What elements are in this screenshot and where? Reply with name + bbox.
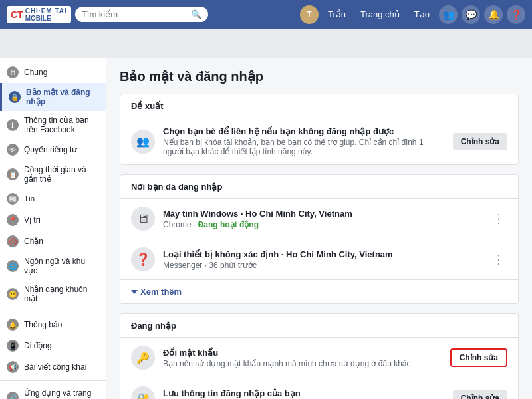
sidebar: ⚙ Chung 🔒 Bảo mật và đăng nhập ℹ Thông t… bbox=[0, 58, 106, 399]
notifications-icon[interactable]: 🔔 bbox=[484, 5, 503, 24]
section-dangnhap-header: Đăng nhập bbox=[120, 314, 518, 338]
logo-sub: MOBILE bbox=[25, 15, 67, 22]
dangnhap-row-2-btn[interactable]: Chỉnh sửa bbox=[453, 390, 507, 399]
baiviet-icon: 📢 bbox=[7, 361, 19, 373]
quyenriengtu-icon: 👁 bbox=[7, 144, 19, 156]
didong-icon: 📱 bbox=[7, 340, 19, 352]
section-dangnhap: Đăng nhập 🔑 Đổi mật khẩu Bạn nên sử dụng… bbox=[120, 313, 519, 399]
login-row-1-desc: Chrome · Đang hoạt động bbox=[163, 220, 482, 229]
sidebar-item-didong[interactable]: 📱 Di động bbox=[0, 335, 106, 356]
login-row-2-title: Loại thiết bị không xác định · Ho Chi Mi… bbox=[163, 249, 482, 259]
sidebar-label-quyenriengtu: Quyền riêng tư bbox=[24, 145, 77, 154]
dangnhap-row-1-desc: Bạn nên sử dụng mật khẩu mạnh mà mình ch… bbox=[163, 359, 442, 368]
vitri-icon: 📍 bbox=[7, 214, 19, 226]
help-icon[interactable]: ❓ bbox=[507, 5, 525, 24]
sidebar-item-nhandang[interactable]: 😶 Nhận dạng khuôn mặt bbox=[0, 280, 106, 308]
suggest-row-1-icon: 👥 bbox=[131, 130, 155, 154]
sidebar-item-thongtin[interactable]: ℹ Thông tin của bạn trên Facebook bbox=[0, 111, 106, 139]
chan-icon: 🚫 bbox=[7, 235, 19, 247]
friends-icon[interactable]: 👥 bbox=[439, 5, 458, 24]
sidebar-item-chan[interactable]: 🚫 Chặn bbox=[0, 231, 106, 252]
login-row-2-more[interactable]: ⋮ bbox=[490, 252, 507, 267]
dangnhap-row-1: 🔑 Đổi mật khẩu Bạn nên sử dụng mật khẩu … bbox=[120, 338, 518, 378]
sidebar-label-chan: Chặn bbox=[24, 237, 43, 246]
messenger-icon[interactable]: 💬 bbox=[462, 5, 480, 24]
sidebar-item-ungdung[interactable]: 🔗 Ứng dụng và trang web bbox=[0, 384, 106, 399]
avatar[interactable]: T bbox=[300, 5, 319, 24]
section-suggest-header: Đề xuất bbox=[120, 94, 518, 118]
sidebar-label-didong: Di động bbox=[24, 341, 52, 350]
login-row-2-desc: Messenger · 36 phút trước bbox=[163, 261, 482, 270]
login-row-1-desc-active: Đang hoạt động bbox=[198, 220, 259, 229]
logo-ct: CT bbox=[11, 9, 23, 20]
dangnhap-row-2-content: Lưu thông tin đăng nhập của bạn Bật · Th… bbox=[163, 388, 445, 400]
suggest-row-1-btn[interactable]: Chỉnh sửa bbox=[453, 133, 507, 150]
dongthoigian-icon: 📋 bbox=[7, 168, 19, 180]
topbar-nav: T Trần Trang chủ Tạo 👥 💬 🔔 ❓ bbox=[300, 5, 525, 24]
dangnhap-row-2-icon: 🔐 bbox=[131, 386, 155, 399]
sidebar-label-baomatdangnhap: Bảo mật và đăng nhập bbox=[26, 88, 99, 106]
sidebar-divider-2 bbox=[0, 380, 106, 381]
topbar: CT CHI·EM TAI MOBILE 🔍 T Trần Trang chủ … bbox=[0, 0, 532, 29]
dangnhap-row-2-title: Lưu thông tin đăng nhập của bạn bbox=[163, 388, 445, 398]
sidebar-label-ngonngu: Ngôn ngữ và khu vực bbox=[24, 257, 99, 275]
sidebar-item-ngonngu[interactable]: 🌐 Ngôn ngữ và khu vực bbox=[0, 252, 106, 280]
sidebar-label-baiviet: Bài viết công khai bbox=[24, 362, 86, 372]
nav-tao[interactable]: Tạo bbox=[409, 9, 435, 19]
sidebar-item-dongthoigian[interactable]: 📋 Dòng thời gian và gắn thẻ bbox=[0, 160, 106, 188]
baomatdangnhap-icon: 🔒 bbox=[9, 91, 21, 103]
sidebar-label-ungdung: Ứng dụng và trang web bbox=[24, 388, 99, 399]
login-row-2: ❓ Loại thiết bị không xác định · Ho Chi … bbox=[120, 239, 518, 280]
login-row-1-content: Máy tính Windows · Ho Chi Minh City, Vie… bbox=[163, 209, 482, 229]
thongtin-icon: ℹ bbox=[7, 119, 19, 131]
login-row-1-title: Máy tính Windows · Ho Chi Minh City, Vie… bbox=[163, 209, 482, 219]
sidebar-label-nhandang: Nhận dạng khuôn mặt bbox=[24, 285, 99, 303]
sidebar-item-thongbao[interactable]: 🔔 Thông báo bbox=[0, 314, 106, 335]
section-suggest: Đề xuất 👥 Chọn bạn bè để liên hệ nếu bạn… bbox=[120, 94, 519, 165]
sidebar-item-tin[interactable]: 📰 Tin bbox=[0, 188, 106, 209]
search-input[interactable] bbox=[82, 9, 188, 19]
sidebar-item-baiviet[interactable]: 📢 Bài viết công khai bbox=[0, 356, 106, 378]
sidebar-item-baomatdangnhap[interactable]: 🔒 Bảo mật và đăng nhập bbox=[0, 83, 106, 111]
main-layout: ⚙ Chung 🔒 Bảo mật và đăng nhập ℹ Thông t… bbox=[0, 58, 532, 399]
sidebar-label-thongtin: Thông tin của bạn trên Facebook bbox=[24, 116, 99, 134]
dangnhap-row-1-content: Đổi mật khẩu Bạn nên sử dụng mật khẩu mạ… bbox=[163, 348, 442, 368]
sidebar-divider-1 bbox=[0, 311, 106, 311]
logo-name: CHI·EM TAI bbox=[25, 7, 67, 15]
sidebar-item-quyenriengtu[interactable]: 👁 Quyền riêng tư bbox=[0, 139, 106, 160]
nav-trang-chu[interactable]: Trang chủ bbox=[355, 9, 405, 19]
sidebar-label-chung: Chung bbox=[24, 68, 47, 77]
xem-them-btn[interactable]: Xem thêm bbox=[120, 280, 518, 303]
nhandang-icon: 😶 bbox=[7, 288, 19, 300]
suggest-row-1: 👥 Chọn bạn bè để liên hệ nếu bạn không đ… bbox=[120, 118, 518, 164]
login-row-1: 🖥 Máy tính Windows · Ho Chi Minh City, V… bbox=[120, 199, 518, 239]
tin-icon: 📰 bbox=[7, 193, 19, 205]
sidebar-item-vitri[interactable]: 📍 Vị trí bbox=[0, 209, 106, 231]
ungdung-icon: 🔗 bbox=[7, 392, 19, 399]
sidebar-label-dongthoigian: Dòng thời gian và gắn thẻ bbox=[24, 165, 99, 184]
sidebar-label-tin: Tin bbox=[24, 194, 35, 203]
suggest-row-1-title: Chọn bạn bè để liên hệ nếu bạn không đăn… bbox=[163, 126, 445, 136]
xem-them-icon bbox=[131, 290, 138, 294]
chung-icon: ⚙ bbox=[7, 66, 19, 78]
page-title: Bảo mật và đăng nhập bbox=[120, 68, 519, 84]
section-login-header: Nơi bạn đã đăng nhập bbox=[120, 175, 518, 199]
ngonngu-icon: 🌐 bbox=[7, 260, 19, 272]
thongbao-icon: 🔔 bbox=[7, 319, 19, 331]
logo: CT CHI·EM TAI MOBILE bbox=[7, 6, 71, 23]
dangnhap-row-1-title: Đổi mật khẩu bbox=[163, 348, 442, 358]
suggest-row-1-content: Chọn bạn bè để liên hệ nếu bạn không đăn… bbox=[163, 126, 445, 156]
dangnhap-row-1-btn[interactable]: Chỉnh sửa bbox=[450, 348, 507, 367]
login-row-1-more[interactable]: ⋮ bbox=[490, 211, 507, 226]
sidebar-item-chung[interactable]: ⚙ Chung bbox=[0, 62, 106, 83]
dangnhap-row-1-icon: 🔑 bbox=[131, 346, 155, 370]
login-row-1-desc-normal: Chrome · bbox=[163, 220, 198, 229]
search-box[interactable]: 🔍 bbox=[75, 7, 208, 22]
sidebar-label-thongbao: Thông báo bbox=[24, 320, 62, 329]
suggest-row-1-desc: Nếu bạn bị khóa tài khoản, bạn bè bạn có… bbox=[163, 138, 445, 156]
login-row-2-icon: ❓ bbox=[131, 247, 155, 271]
content: Bảo mật và đăng nhập Đề xuất 👥 Chọn bạn … bbox=[106, 58, 532, 399]
section-login: Nơi bạn đã đăng nhập 🖥 Máy tính Windows … bbox=[120, 174, 519, 304]
nav-username[interactable]: Trần bbox=[323, 9, 351, 19]
login-row-1-icon: 🖥 bbox=[131, 207, 155, 231]
